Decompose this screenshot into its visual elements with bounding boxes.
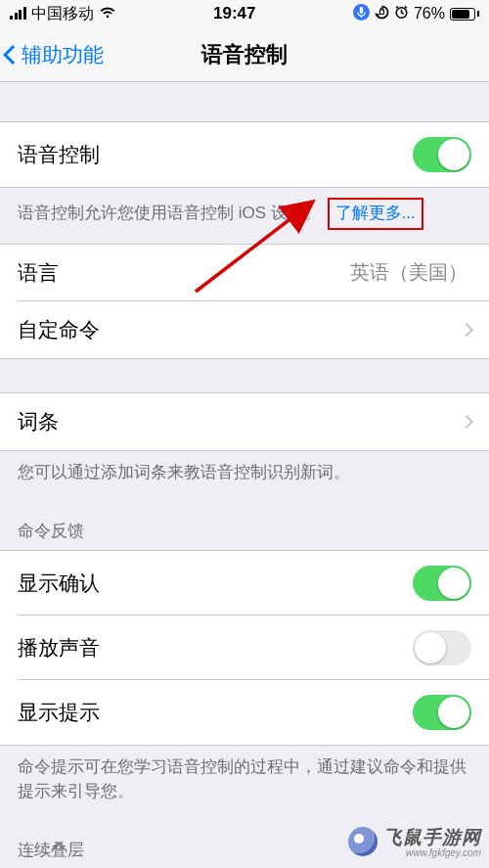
watermark-logo-icon (348, 827, 378, 856)
chevron-left-icon (3, 45, 22, 65)
battery-icon (450, 8, 479, 21)
status-bar: 中国移动 19:47 76% (0, 0, 489, 27)
show-confirm-toggle[interactable] (413, 566, 471, 601)
show-confirm-row[interactable]: 显示确认 (0, 550, 489, 616)
svg-rect-1 (360, 7, 363, 14)
carrier-label: 中国移动 (31, 4, 94, 24)
voice-control-label: 语音控制 (18, 141, 100, 168)
chevron-right-icon (460, 415, 473, 429)
status-left: 中国移动 (10, 4, 116, 24)
feedback-group: 显示确认 播放声音 显示提示 (0, 550, 489, 746)
vocab-group: 词条 (0, 392, 489, 451)
mic-icon (353, 4, 370, 24)
show-hint-toggle[interactable] (413, 695, 471, 730)
play-sound-toggle[interactable] (413, 630, 471, 665)
custom-commands-label: 自定命令 (18, 316, 100, 343)
play-sound-label: 播放声音 (18, 634, 100, 662)
feedback-desc: 命令提示可在您学习语音控制的过程中，通过建议命令和提供提示来引导您。 (0, 746, 489, 817)
show-confirm-label: 显示确认 (18, 570, 100, 597)
chevron-right-icon (460, 323, 473, 337)
feedback-header: 命令反馈 (0, 498, 489, 550)
alarm-icon (394, 5, 409, 23)
svg-line-8 (405, 6, 407, 8)
page-title: 语音控制 (201, 40, 288, 69)
custom-commands-row[interactable]: 自定命令 (0, 301, 489, 359)
voice-control-desc-text: 语音控制允许您使用语音控制 iOS 设备。 (18, 204, 321, 222)
svg-line-7 (396, 6, 398, 8)
language-label: 语言 (18, 259, 59, 287)
vocab-desc: 您可以通过添加词条来教语音控制识别新词。 (0, 451, 489, 499)
watermark-sub: www.fgkfgey.com (383, 847, 481, 858)
voice-control-desc: 语音控制允许您使用语音控制 iOS 设备。 了解更多... (0, 188, 489, 244)
status-time: 19:47 (213, 4, 255, 23)
play-sound-row[interactable]: 播放声音 (0, 616, 489, 680)
learn-more-highlight: 了解更多... (328, 198, 423, 230)
language-row[interactable]: 语言 英语（美国） (0, 244, 489, 301)
status-right: 76% (353, 4, 479, 24)
language-group: 语言 英语（美国） 自定命令 (0, 244, 489, 359)
back-button[interactable]: 辅助功能 (6, 27, 104, 81)
show-hint-label: 显示提示 (18, 699, 100, 726)
battery-pct: 76% (414, 5, 445, 23)
voice-control-row[interactable]: 语音控制 (0, 121, 489, 188)
voice-control-toggle[interactable] (413, 137, 471, 172)
learn-more-link[interactable]: 了解更多... (335, 204, 416, 222)
watermark-text: 飞鼠手游网 (383, 827, 481, 847)
vocab-row[interactable]: 词条 (0, 392, 489, 451)
nav-header: 辅助功能 语音控制 (0, 27, 489, 82)
show-hint-row[interactable]: 显示提示 (0, 680, 489, 746)
back-label: 辅助功能 (22, 41, 104, 69)
svg-line-6 (401, 13, 403, 14)
wifi-icon (99, 5, 116, 23)
language-value: 英语（美国） (350, 259, 471, 286)
watermark: 飞鼠手游网 www.fgkfgey.com (348, 825, 481, 858)
vocab-label: 词条 (18, 408, 59, 435)
signal-icon (10, 8, 26, 20)
orientation-lock-icon (375, 5, 389, 23)
voice-control-group: 语音控制 (0, 121, 489, 188)
svg-rect-3 (379, 10, 383, 15)
